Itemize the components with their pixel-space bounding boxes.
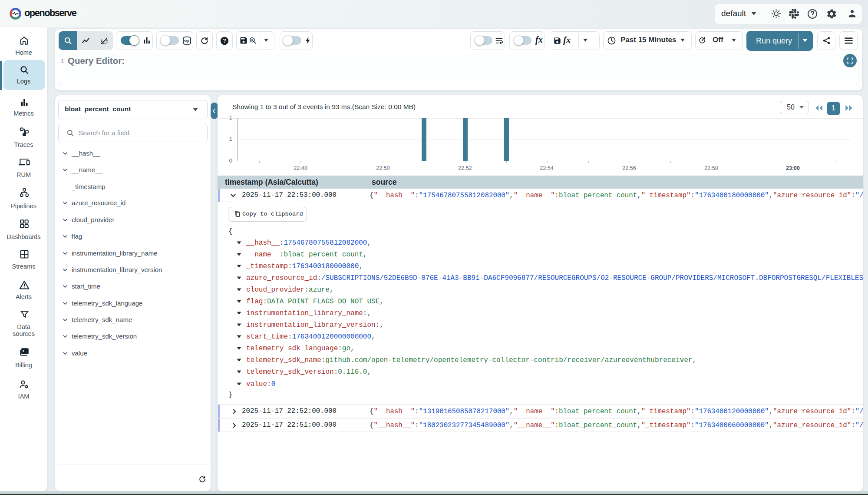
svg-text:?: ? [223,38,226,44]
svg-text:SQL: SQL [184,40,190,43]
